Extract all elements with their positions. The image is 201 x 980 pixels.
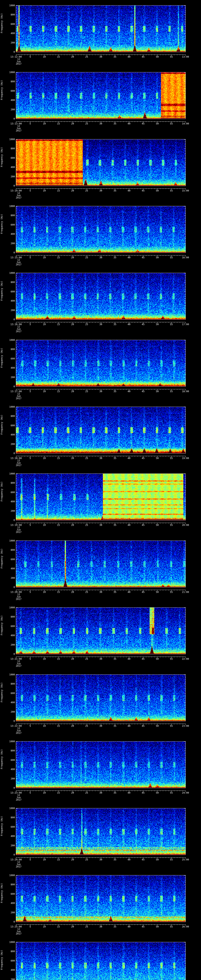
x-tick-label: 20 (69, 56, 77, 58)
y-axis-title: Frequency (Hz) (0, 937, 3, 980)
y-tick-label: 1000 (6, 673, 15, 676)
x-tick-label: 45 (139, 859, 147, 861)
x-tick-label: 25 (83, 256, 91, 259)
y-tick-label: 800 (6, 749, 15, 752)
x-axis-end-time: 17:00 (174, 323, 197, 326)
y-tick-label: 400 (6, 300, 15, 302)
y-tick-label: 400 (6, 367, 15, 369)
x-axis-start-time: 13:16:00 (4, 323, 28, 326)
y-tick-label: 1000 (6, 205, 15, 207)
x-tick-label: 30 (97, 725, 105, 727)
x-axis-start-date-line: 2017 (7, 531, 30, 533)
y-tick-label: 200 (6, 644, 15, 646)
x-axis-end-time: 16:00 (174, 256, 197, 259)
y-tick-label: 0 (6, 854, 15, 856)
y-tick-label: 800 (6, 348, 15, 350)
spectrogram-panel: Frequency (Hz) 1000800600400200051015202… (0, 334, 201, 401)
x-axis-start-date-line: 2017 (7, 130, 30, 132)
x-tick-label: 35 (111, 859, 119, 861)
x-tick-label: 40 (125, 725, 133, 727)
y-tick-label: 0 (6, 586, 15, 589)
x-tick-label: 40 (125, 792, 133, 794)
spectrogram-panel: Frequency (Hz) 1000800600400200051015202… (0, 134, 201, 201)
x-tick-label: 10 (40, 323, 48, 326)
y-tick-label: 800 (6, 482, 15, 484)
x-axis-start-time: 13:18:00 (4, 457, 28, 460)
x-axis-end-time: 13:00 (174, 56, 197, 58)
y-axis-title: Frequency (Hz) (0, 669, 3, 716)
x-tick-label: 50 (153, 725, 161, 727)
x-tick-label: 10 (40, 792, 48, 794)
y-tick-label: 400 (6, 768, 15, 770)
x-tick-label: 40 (125, 658, 133, 660)
x-tick-label: 45 (139, 926, 147, 928)
x-axis-end-time: 19:00 (174, 457, 197, 460)
y-tick-label: 1000 (6, 406, 15, 408)
x-tick-label: 45 (139, 189, 147, 192)
y-tick-label: 1000 (6, 4, 15, 7)
x-tick-label: 35 (111, 56, 119, 58)
x-tick-label: 45 (139, 323, 147, 326)
x-axis-end-time: 20:00 (174, 524, 197, 526)
x-tick-label: 30 (97, 926, 105, 928)
x-tick-label: 40 (125, 524, 133, 526)
y-tick-label: 0 (6, 787, 15, 789)
x-tick-label: 15 (54, 457, 62, 460)
spectrogram-canvas (0, 0, 201, 59)
x-axis-start-time: 13:13:00 (4, 123, 28, 125)
x-tick-label: 20 (69, 189, 77, 192)
spectrogram-panel: Frequency (Hz) 1000800600400200051015202… (0, 602, 201, 669)
y-tick-label: 0 (6, 51, 15, 53)
x-tick-label: 15 (54, 123, 62, 125)
y-tick-label: 800 (6, 883, 15, 886)
x-tick-label: 50 (153, 56, 161, 58)
x-tick-label: 15 (54, 189, 62, 192)
x-tick-label: 50 (153, 792, 161, 794)
x-tick-label: 35 (111, 725, 119, 727)
spectrogram-canvas (0, 535, 201, 594)
x-axis-start-date-line: 2017 (7, 330, 30, 332)
x-tick-label: 25 (83, 56, 91, 58)
x-tick-label: 20 (69, 725, 77, 727)
x-tick-label: 35 (111, 390, 119, 393)
y-tick-label: 200 (6, 912, 15, 914)
x-tick-label: 50 (153, 390, 161, 393)
x-tick-label: 35 (111, 792, 119, 794)
spectrogram-panel: Frequency (Hz) 1000800600400200051015202… (0, 937, 201, 980)
x-tick-label: 20 (69, 390, 77, 393)
y-axis-title: Frequency (Hz) (0, 803, 3, 849)
x-tick-label: 10 (40, 189, 48, 192)
y-tick-label: 600 (6, 625, 15, 627)
y-tick-label: 1000 (6, 807, 15, 810)
x-tick-label: 30 (97, 792, 105, 794)
x-axis-start-date-line: 2017 (7, 197, 30, 199)
spectrogram-panel: Frequency (Hz) 1000800600400200051015202… (0, 267, 201, 334)
x-tick-label: 50 (153, 658, 161, 660)
y-tick-label: 0 (6, 720, 15, 722)
y-tick-label: 0 (6, 251, 15, 254)
x-tick-label: 35 (111, 256, 119, 259)
y-tick-label: 800 (6, 214, 15, 216)
x-tick-label: 45 (139, 591, 147, 593)
spectrogram-canvas (0, 870, 201, 929)
x-tick-label: 40 (125, 123, 133, 125)
spectrogram-canvas (0, 201, 201, 259)
x-tick-label: 30 (97, 123, 105, 125)
x-tick-label: 25 (83, 591, 91, 593)
x-tick-label: 35 (111, 926, 119, 928)
y-tick-label: 200 (6, 242, 15, 245)
x-tick-label: 50 (153, 591, 161, 593)
x-tick-label: 35 (111, 658, 119, 660)
y-tick-label: 0 (6, 921, 15, 923)
y-tick-label: 0 (6, 452, 15, 455)
y-axis-title: Frequency (Hz) (0, 0, 3, 46)
x-tick-label: 20 (69, 256, 77, 259)
x-axis-end-time: 23:00 (174, 725, 197, 727)
x-tick-label: 20 (69, 123, 77, 125)
x-tick-label: 30 (97, 390, 105, 393)
x-axis-start-date-line: 2017 (7, 397, 30, 399)
x-tick-label: 50 (153, 323, 161, 326)
y-tick-label: 600 (6, 692, 15, 694)
x-tick-label: 35 (111, 457, 119, 460)
x-tick-label: 25 (83, 323, 91, 326)
